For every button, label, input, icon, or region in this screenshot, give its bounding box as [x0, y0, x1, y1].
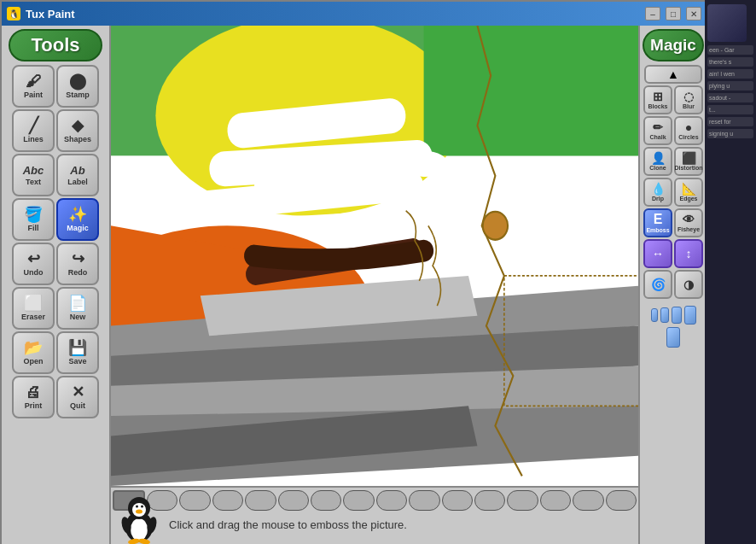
clone-icon: 👤	[651, 152, 666, 164]
text-icon: Abc	[23, 165, 44, 176]
tool-label[interactable]: Ab Label	[56, 154, 99, 196]
palette-item[interactable]	[409, 490, 439, 511]
edges-icon: 📐	[682, 183, 696, 195]
lines-icon: ╱	[29, 118, 38, 133]
tool-quit[interactable]: ✕ Quit	[56, 376, 99, 418]
palette-item[interactable]	[573, 490, 603, 511]
magic-scroll-up[interactable]: ▲	[644, 65, 702, 84]
save-icon: 💾	[68, 340, 87, 355]
open-icon: 📂	[24, 340, 43, 355]
tool-text[interactable]: Abc Text	[12, 154, 55, 196]
clone-label: Clone	[649, 165, 666, 171]
undo-icon: ↩	[27, 251, 40, 266]
magic-edges[interactable]: 📐 Edges	[674, 178, 703, 207]
chat-msg-8: signing u	[707, 129, 753, 138]
tool-print[interactable]: 🖨 Print	[12, 376, 55, 418]
chat-msg-3: ain! I wen	[707, 69, 753, 79]
hint-row: Click and drag the mouse to emboss the p…	[111, 513, 638, 536]
svg-point-32	[136, 510, 142, 514]
minimize-button[interactable]: –	[645, 7, 660, 20]
tool-undo[interactable]: ↩ Undo	[12, 243, 55, 285]
magic-flip-h[interactable]: ↔	[643, 239, 672, 268]
palette-item[interactable]	[474, 490, 505, 511]
flip-v-icon: ↕	[686, 248, 692, 260]
palette-item[interactable]	[606, 490, 637, 511]
close-button[interactable]: ✕	[686, 7, 701, 20]
magic-flip-v[interactable]: ↕	[674, 239, 703, 268]
paint-icon: 🖌	[26, 73, 41, 89]
palette-item[interactable]	[311, 490, 341, 511]
tool-magic[interactable]: ✨ Magic	[56, 198, 99, 241]
palette-item[interactable]	[278, 490, 309, 511]
blur-icon: ◌	[683, 91, 694, 102]
palette-item[interactable]	[343, 490, 374, 511]
blocks-label: Blocks	[648, 103, 668, 109]
tux-logo	[118, 493, 160, 544]
tool-open[interactable]: 📂 Open	[12, 331, 55, 374]
tool-eraser[interactable]: ⬜ Eraser	[12, 287, 55, 330]
distortion-label: Distortion	[674, 165, 702, 171]
open-label: Open	[23, 357, 43, 366]
palette-item[interactable]	[212, 490, 243, 511]
magic-fisheye[interactable]: 👁 Fisheye	[674, 208, 703, 237]
drip-icon: 💧	[651, 183, 666, 195]
magic-bw[interactable]: ◑	[674, 270, 703, 299]
swirl-icon: 🌀	[651, 278, 666, 290]
fill-icon: 🪣	[24, 207, 43, 222]
brush-size-1[interactable]	[651, 308, 658, 322]
magic-blocks[interactable]: ⊞ Blocks	[643, 85, 672, 114]
tool-grid: 🖌 Paint ⬤ Stamp ╱ Lines ◆ Shapes	[12, 65, 99, 418]
magic-clone[interactable]: 👤 Clone	[643, 147, 672, 176]
tool-lines[interactable]: ╱ Lines	[12, 109, 55, 152]
tool-new[interactable]: 📄 New	[56, 287, 99, 330]
chalk-label: Chalk	[649, 134, 666, 140]
chat-msg-5: sadout -	[707, 93, 753, 102]
drawing-canvas[interactable]	[111, 26, 638, 486]
fill-label: Fill	[28, 224, 39, 232]
tool-fill[interactable]: 🪣 Fill	[12, 198, 55, 241]
svg-rect-3	[424, 26, 638, 155]
chat-msg-2: there's s	[707, 57, 753, 67]
tool-paint[interactable]: 🖌 Paint	[12, 65, 55, 108]
app-icon: 🐧	[7, 7, 20, 20]
magic-chalk[interactable]: ✏ Chalk	[643, 116, 672, 145]
palette-item[interactable]	[442, 490, 473, 511]
fisheye-icon: 👁	[683, 214, 695, 225]
save-label: Save	[68, 357, 86, 366]
tool-stamp[interactable]: ⬤ Stamp	[56, 65, 99, 108]
chat-msg-7: reset for	[707, 117, 753, 126]
tool-save[interactable]: 💾 Save	[56, 331, 99, 374]
palette-item[interactable]	[245, 490, 276, 511]
magic-emboss[interactable]: E Emboss	[643, 208, 672, 237]
main-layout: Tools 🖌 Paint ⬤ Stamp ╱ Lines	[2, 26, 707, 544]
brush-size-3[interactable]	[672, 307, 682, 324]
stamp-label: Stamp	[66, 91, 90, 99]
brush-size-2[interactable]	[660, 307, 669, 323]
shapes-label: Shapes	[64, 135, 91, 143]
magic-label: Magic	[67, 224, 89, 232]
svg-point-25	[131, 518, 148, 541]
magic-swirl[interactable]: 🌀	[643, 270, 672, 299]
palette-item[interactable]	[540, 490, 571, 511]
svg-point-30	[136, 506, 138, 508]
restore-button[interactable]: □	[666, 7, 681, 20]
brush-size-5[interactable]	[666, 327, 680, 348]
bw-icon: ◑	[683, 278, 694, 290]
magic-drip[interactable]: 💧 Drip	[643, 178, 672, 207]
redo-label: Redo	[68, 268, 88, 277]
palette-item[interactable]	[376, 490, 407, 511]
brush-size-bar	[642, 302, 705, 351]
brush-size-4[interactable]	[684, 306, 696, 325]
magic-circles[interactable]: ● Circles	[674, 116, 703, 145]
magic-blur[interactable]: ◌ Blur	[674, 85, 703, 114]
canvas-area[interactable]: Click and drag the mouse to emboss the p…	[111, 26, 638, 544]
tool-redo[interactable]: ↪ Redo	[56, 243, 99, 285]
palette-item[interactable]	[507, 490, 538, 511]
palette-item[interactable]	[179, 490, 210, 511]
main-window: 🐧 Tux Paint – □ ✕ Tools 🖌 Paint ⬤	[0, 0, 708, 544]
tool-shapes[interactable]: ◆ Shapes	[56, 109, 99, 152]
magic-distortion[interactable]: ⬛ Distortion	[674, 147, 703, 176]
new-icon: 📄	[68, 295, 87, 311]
blocks-icon: ⊞	[653, 91, 663, 102]
print-label: Print	[25, 401, 43, 410]
